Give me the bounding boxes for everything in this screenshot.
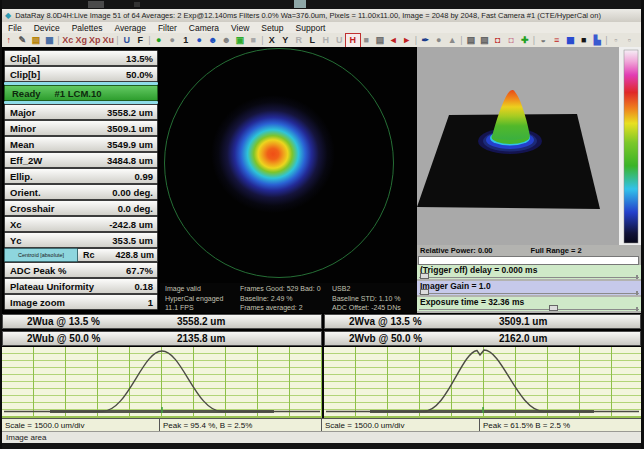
histogram-button[interactable]: H bbox=[346, 34, 360, 47]
left-arrow-icon[interactable]: ◄ bbox=[387, 34, 401, 47]
profile-plots-area bbox=[2, 347, 641, 418]
relative-power-row: Relative Power: 0.00 Full Range = 2 bbox=[417, 245, 641, 256]
camera-status-block: Image valid HyperCal engaged 11.1 FPS Fr… bbox=[160, 283, 417, 313]
menu-camera[interactable]: Camera bbox=[183, 23, 225, 33]
status-adc-offset: ADC Offset: -245 DNs bbox=[332, 303, 401, 313]
image-zoom-row[interactable]: Image zoom 1 bbox=[4, 294, 158, 310]
up-arrow-icon[interactable]: ↑ bbox=[2, 34, 16, 47]
xu-button[interactable]: Xu bbox=[102, 34, 116, 47]
camera-icon[interactable]: ▣ bbox=[233, 34, 247, 47]
black-box-icon[interactable]: ■ bbox=[577, 34, 591, 47]
gray-dot-icon[interactable]: ● bbox=[166, 34, 180, 47]
result-2wub-label: 2Wub @ 50.0 % bbox=[3, 333, 177, 344]
pink-tool-icon[interactable]: ◘ bbox=[505, 34, 519, 47]
save-icon[interactable]: ▦ bbox=[43, 34, 57, 47]
beam-3d-view[interactable] bbox=[417, 47, 641, 245]
plateau-uniformity-row[interactable]: Plateau Uniformity 0.18 bbox=[4, 278, 158, 294]
major-row[interactable]: Major 3558.2 um bbox=[4, 104, 158, 120]
result-2wvb-row[interactable]: 2Wvb @ 50.0 % 2162.0 um bbox=[324, 331, 641, 346]
orientation-row[interactable]: Orient. 0.00 deg. bbox=[4, 184, 158, 200]
rc-cell[interactable]: Rc 428.8 um bbox=[78, 248, 158, 262]
y-profile-button[interactable]: Y bbox=[279, 34, 293, 47]
mean-row[interactable]: Mean 3549.9 um bbox=[4, 136, 158, 152]
user-icon[interactable]: ☻ bbox=[206, 34, 220, 47]
ellipticity-label: Ellip. bbox=[5, 171, 135, 182]
slider-end-tick bbox=[636, 291, 638, 295]
r-button[interactable]: R bbox=[292, 34, 306, 47]
result-2wva-row[interactable]: 2Wva @ 13.5 % 3509.1 um bbox=[324, 314, 641, 329]
eff2w-row[interactable]: Eff_2W 3484.8 um bbox=[4, 152, 158, 168]
yc-row[interactable]: Yc 353.5 um bbox=[4, 232, 158, 248]
menu-filter[interactable]: Filter bbox=[152, 23, 183, 33]
u2-button[interactable]: U bbox=[333, 34, 347, 47]
imager-gain-thumb[interactable] bbox=[420, 289, 429, 295]
f-button[interactable]: F bbox=[134, 34, 148, 47]
xc-button[interactable]: Xc bbox=[61, 34, 75, 47]
gray-box-icon[interactable]: ■ bbox=[247, 34, 261, 47]
result-2wua-row[interactable]: 2Wua @ 13.5 % 3558.2 um bbox=[2, 314, 322, 329]
clip-a-row[interactable]: Clip[a] 13.5% bbox=[4, 50, 158, 66]
adc-peak-value: 67.7% bbox=[126, 265, 157, 276]
blue-dot-icon[interactable]: ● bbox=[193, 34, 207, 47]
menu-file[interactable]: File bbox=[2, 23, 28, 33]
clip-b-row[interactable]: Clip[b] 50.0% bbox=[4, 66, 158, 82]
imager-gain-slider[interactable]: Imager Gain = 1.0 bbox=[417, 281, 641, 295]
exposure-time-thumb[interactable] bbox=[549, 305, 558, 311]
profile-y-plot[interactable] bbox=[324, 347, 641, 418]
one-button[interactable]: 1 bbox=[179, 34, 193, 47]
slider-track[interactable] bbox=[419, 277, 639, 278]
right-arrow-icon[interactable]: ► bbox=[400, 34, 414, 47]
u-button[interactable]: U bbox=[120, 34, 134, 47]
device-status-row[interactable]: Ready #1 LCM.10 bbox=[4, 85, 158, 101]
open-folder-icon[interactable]: ▤ bbox=[29, 34, 43, 47]
exposure-time-slider[interactable]: Exposure time = 32.36 ms bbox=[417, 297, 641, 311]
menu-palettes[interactable]: Palettes bbox=[66, 23, 109, 33]
beam-2d-view[interactable] bbox=[160, 47, 417, 283]
user-gray-icon[interactable]: ☻ bbox=[220, 34, 234, 47]
yc-value: 353.5 um bbox=[112, 235, 157, 246]
menu-average[interactable]: Average bbox=[108, 23, 152, 33]
adc-peak-row[interactable]: ADC Peak % 67.7% bbox=[4, 262, 158, 278]
peak-icon[interactable]: ▲ bbox=[446, 34, 460, 47]
dot3-icon[interactable]: ● bbox=[432, 34, 446, 47]
menu-view[interactable]: View bbox=[225, 23, 255, 33]
comb-icon[interactable]: ≡ bbox=[550, 34, 564, 47]
xg-button[interactable]: Xg bbox=[75, 34, 89, 47]
menu-bar: File Device Palettes Average Filter Came… bbox=[2, 22, 641, 33]
gauge-icon[interactable]: ◒ bbox=[537, 34, 551, 47]
centroid-mode-button[interactable]: Centroid [absolute] bbox=[4, 248, 78, 262]
clip-b-label: Clip[b] bbox=[5, 69, 126, 80]
box2-icon[interactable]: ■ bbox=[360, 34, 374, 47]
small-tool2-icon[interactable]: ▫ bbox=[623, 34, 637, 47]
minor-row[interactable]: Minor 3509.1 um bbox=[4, 120, 158, 136]
profile-x-plot[interactable] bbox=[2, 347, 322, 418]
pencil-icon[interactable]: ✎ bbox=[16, 34, 30, 47]
green-dot-icon[interactable]: ● bbox=[152, 34, 166, 47]
blue-grid-icon[interactable]: ▦ bbox=[564, 34, 578, 47]
table-icon[interactable]: ▤ bbox=[373, 34, 387, 47]
green-plus-icon[interactable]: ✚ bbox=[518, 34, 532, 47]
print-icon[interactable]: ▤ bbox=[464, 34, 478, 47]
result-2wub-row[interactable]: 2Wub @ 50.0 % 2135.8 um bbox=[2, 331, 322, 346]
trigger-delay-thumb[interactable] bbox=[420, 273, 429, 279]
trigger-delay-slider[interactable]: (Trigger off) delay = 0.000 ms bbox=[417, 265, 641, 279]
xp-button[interactable]: Xp bbox=[88, 34, 102, 47]
print-setup-icon[interactable]: ▤ bbox=[478, 34, 492, 47]
menu-device[interactable]: Device bbox=[28, 23, 66, 33]
ellipticity-row[interactable]: Ellip. 0.99 bbox=[4, 168, 158, 184]
small-tool-icon[interactable]: ▫ bbox=[609, 34, 623, 47]
slider-track[interactable] bbox=[419, 293, 639, 294]
crosshair-row[interactable]: Crosshair 0.0 deg. bbox=[4, 200, 158, 216]
result-2wua-value: 3558.2 um bbox=[177, 316, 225, 327]
pen-icon[interactable]: ✒ bbox=[419, 34, 433, 47]
chart-icon[interactable]: ▙ bbox=[591, 34, 605, 47]
x-profile-button[interactable]: X bbox=[265, 34, 279, 47]
menu-setup[interactable]: Setup bbox=[255, 23, 289, 33]
red-tool-icon[interactable]: ◘ bbox=[491, 34, 505, 47]
xc-row[interactable]: Xc -242.8 um bbox=[4, 216, 158, 232]
h-button[interactable]: H bbox=[319, 34, 333, 47]
slider-track[interactable] bbox=[419, 309, 639, 310]
menu-support[interactable]: Support bbox=[290, 23, 332, 33]
l-button[interactable]: L bbox=[306, 34, 320, 47]
status-hypercal: HyperCal engaged bbox=[165, 294, 223, 304]
